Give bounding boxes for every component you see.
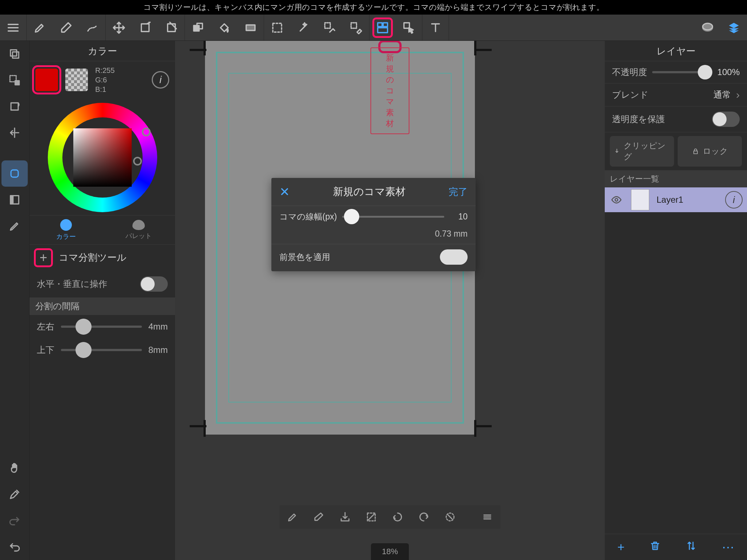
rail-brush-icon[interactable] xyxy=(1,213,28,239)
svg-rect-15 xyxy=(11,50,17,56)
hv-constrain-toggle[interactable] xyxy=(140,276,168,292)
rail-flip-icon[interactable] xyxy=(1,120,28,146)
rail-eyedropper-icon[interactable] xyxy=(1,481,28,508)
lock-button[interactable]: ロック xyxy=(678,136,742,167)
delete-layer-icon[interactable] xyxy=(650,540,661,554)
smudge-tool-icon[interactable] xyxy=(79,15,105,41)
layer-info-icon[interactable]: i xyxy=(725,191,743,209)
rail-undo-icon[interactable] xyxy=(1,534,28,560)
alpha-lock-toggle[interactable] xyxy=(712,112,740,127)
modal-backdrop xyxy=(175,41,605,560)
rail-shape-icon[interactable] xyxy=(1,160,28,187)
blend-label: ブレンド xyxy=(612,89,649,101)
tab-color[interactable]: カラー xyxy=(30,215,102,244)
hue-handle[interactable] xyxy=(142,128,151,136)
line-width-slider[interactable] xyxy=(342,216,444,218)
tab-palette[interactable]: パレット xyxy=(102,215,175,244)
reorder-layer-icon[interactable] xyxy=(686,540,697,554)
right-panel: レイヤー 不透明度 100% ブレンド 通常 › 透明度を保護 クリッピング ロ… xyxy=(605,41,747,560)
svg-rect-0 xyxy=(142,24,149,31)
modal-close-icon[interactable]: ✕ xyxy=(279,184,290,199)
magic-wand-icon[interactable] xyxy=(290,15,317,41)
gap-tb-slider[interactable] xyxy=(61,349,142,351)
blend-row[interactable]: ブレンド 通常 › xyxy=(605,83,747,106)
svg-rect-22 xyxy=(11,196,13,204)
tool-options-header: + コマ分割ツール xyxy=(30,244,175,271)
layers-panel-icon[interactable] xyxy=(721,15,747,41)
color-panel-title: カラー xyxy=(30,41,175,61)
gap-section-header: 分割の間隔 xyxy=(30,298,175,315)
rail-canvas-icon[interactable] xyxy=(1,187,28,213)
svg-rect-11 xyxy=(378,28,388,33)
gap-lr-label: 左右 xyxy=(37,321,54,332)
gradient-tool-icon[interactable] xyxy=(237,15,264,41)
modal-title: 新規のコマ素材 xyxy=(333,185,406,199)
svg-rect-10 xyxy=(383,23,388,27)
rgb-readout: R:255G:6B:1 xyxy=(95,66,115,94)
line-width-label: コマの線幅(px) xyxy=(279,211,337,222)
apply-fg-toggle[interactable] xyxy=(440,249,468,265)
more-layer-icon[interactable]: ⋯ xyxy=(722,540,734,555)
svg-rect-4 xyxy=(246,25,255,30)
svg-rect-9 xyxy=(378,23,382,27)
rail-rotate-icon[interactable] xyxy=(1,93,28,120)
gap-tb-value: 8mm xyxy=(148,345,168,355)
select-eraser-icon[interactable] xyxy=(343,15,369,41)
materials-icon[interactable] xyxy=(694,15,721,41)
text-tool-icon[interactable] xyxy=(422,15,449,41)
layer-row[interactable]: Layer1 i xyxy=(605,187,747,213)
select-brush-icon[interactable] xyxy=(317,15,343,41)
crop-tool-icon[interactable] xyxy=(158,15,185,41)
add-frame-icon[interactable]: + xyxy=(34,248,53,267)
layer-visibility-icon[interactable] xyxy=(605,194,628,205)
line-width-value: 10 xyxy=(449,212,468,222)
rail-redo-icon[interactable] xyxy=(1,508,28,534)
modal-done-button[interactable]: 完了 xyxy=(449,186,468,198)
rail-copy-icon[interactable] xyxy=(1,41,28,67)
bucket-tool-icon[interactable] xyxy=(211,15,237,41)
alpha-lock-label: 透明度を保護 xyxy=(612,113,665,125)
gap-lr-value: 4mm xyxy=(148,322,168,332)
apply-fg-label: 前景色を適用 xyxy=(279,252,330,263)
layer-thumbnail xyxy=(631,189,649,210)
add-layer-icon[interactable]: + xyxy=(618,540,625,554)
svg-rect-1 xyxy=(168,24,175,31)
left-panel: カラー R:255G:6B:1 i カラー パレット + コマ分割ツール 水平・… xyxy=(29,41,175,560)
pointer-tool-icon[interactable] xyxy=(396,15,422,41)
opacity-slider[interactable] xyxy=(652,71,712,73)
tool-title: コマ分割ツール xyxy=(59,251,127,264)
move-tool-icon[interactable] xyxy=(106,15,132,41)
clipping-button[interactable]: クリッピング xyxy=(610,136,674,167)
rail-hand-icon[interactable] xyxy=(1,455,28,481)
fill-tool-icon[interactable] xyxy=(185,15,211,41)
svg-point-26 xyxy=(615,198,618,201)
menu-icon[interactable] xyxy=(0,15,26,41)
background-swatch[interactable] xyxy=(65,69,88,91)
hv-constrain-label: 水平・垂直に操作 xyxy=(37,278,107,290)
brush-tool-icon[interactable] xyxy=(27,15,53,41)
opacity-label: 不透明度 xyxy=(612,66,647,78)
blend-value: 通常 xyxy=(713,89,731,101)
select-rect-icon[interactable] xyxy=(264,15,290,41)
top-toolbar xyxy=(0,15,747,41)
opacity-value: 100% xyxy=(717,67,740,77)
layer-name: Layer1 xyxy=(652,195,725,205)
svg-rect-20 xyxy=(11,170,18,177)
color-wheel[interactable] xyxy=(48,103,157,212)
transform-tool-icon[interactable] xyxy=(132,15,158,41)
sv-picker[interactable] xyxy=(73,128,132,187)
svg-rect-25 xyxy=(694,151,697,154)
sv-handle[interactable] xyxy=(133,157,142,166)
gap-lr-slider[interactable] xyxy=(61,326,142,328)
hint-bar: コマ割りツールは、キャンバス内にマンガ用のコマを作成するツールです。コマの端から… xyxy=(0,0,747,15)
eraser-tool-icon[interactable] xyxy=(53,15,79,41)
svg-rect-6 xyxy=(273,23,282,32)
svg-rect-18 xyxy=(15,81,19,85)
frame-tool-icon[interactable] xyxy=(369,15,396,41)
color-info-icon[interactable]: i xyxy=(152,71,169,89)
rail-selection-icon[interactable] xyxy=(1,67,28,93)
new-frame-modal: ✕ 新規のコマ素材 完了 コマの線幅(px) 10 0.73 mm 前景色を適用 xyxy=(271,178,476,271)
foreground-swatch[interactable] xyxy=(35,69,58,91)
svg-rect-8 xyxy=(351,23,357,28)
gap-tb-label: 上下 xyxy=(37,344,54,356)
